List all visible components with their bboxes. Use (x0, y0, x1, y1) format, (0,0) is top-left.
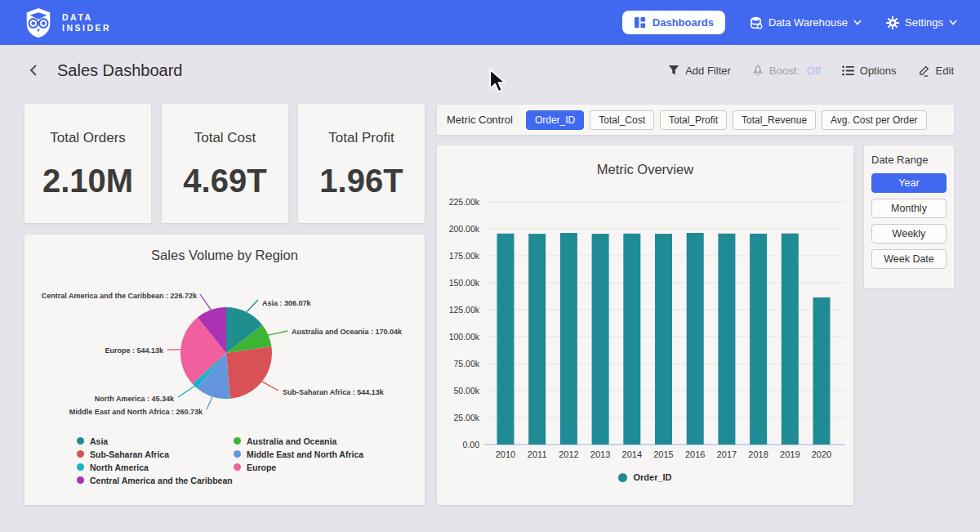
y-tick-label: 0.00 (463, 440, 480, 449)
bar-2010[interactable] (497, 234, 514, 445)
pie-slice-label: Asia : 306.07k (262, 299, 312, 307)
legend-label: Middle East and North Africa (247, 449, 363, 459)
dashboard-grid-icon (634, 16, 646, 29)
y-tick-label: 175.00k (449, 251, 480, 261)
owl-logo-icon (23, 7, 54, 39)
chevron-down-icon (949, 20, 957, 25)
pie-slice-2[interactable] (226, 346, 272, 399)
metric-option-button[interactable]: Total_Cost (590, 110, 654, 130)
kpi-card: Total Cost4.69T (162, 104, 288, 223)
nav-dashboards-button[interactable]: Dashboards (622, 11, 725, 34)
header-toolbar: Add Filter Boost: Off (668, 65, 954, 77)
kpi-label: Total Cost (194, 130, 256, 146)
pie-legend-item: North America (77, 462, 234, 472)
pie-leader-line (247, 300, 258, 312)
pie-slice-label: Middle East and North Africa : 260.73k (69, 408, 203, 416)
pie-leader-line (269, 331, 287, 335)
x-tick-label: 2016 (685, 449, 705, 459)
bar-2019[interactable] (782, 234, 799, 445)
brand-logo[interactable]: DATA INSIDER (23, 7, 111, 39)
metric-option-button[interactable]: Order_ID (526, 110, 584, 130)
x-tick-label: 2015 (653, 449, 673, 459)
page-header: Sales Dashboard Add Filter Boost: Off (0, 45, 980, 96)
options-list-icon (842, 65, 854, 76)
pie-leader-line (207, 396, 212, 409)
legend-dot (234, 437, 241, 445)
legend-label: Asia (90, 436, 108, 446)
boost-value: Off (807, 65, 821, 77)
kpi-label: Total Profit (328, 130, 394, 146)
kpi-value: 4.69T (183, 163, 266, 199)
legend-label: Europe (247, 463, 276, 472)
pie-chart: Asia : 306.07kAustralia and Oceania : 17… (24, 235, 425, 435)
metric-buttons: Order_IDTotal_CostTotal_ProfitTotal_Reve… (526, 110, 927, 130)
pencil-icon (918, 65, 930, 77)
nav-settings[interactable]: Settings (886, 16, 957, 29)
pie-slice-label: Central America and the Caribbean : 226.… (42, 292, 198, 300)
bar-2017[interactable] (718, 234, 735, 445)
pie-slice-label: North America : 45.34k (95, 395, 175, 403)
pie-slice-label: Europe : 544.13k (105, 346, 164, 355)
legend-dot (234, 463, 241, 471)
legend-label: Central America and the Caribbean (90, 476, 233, 485)
metric-control-bar: Metric Control Order_IDTotal_CostTotal_P… (437, 105, 954, 135)
date-range-option-button[interactable]: Year (871, 173, 947, 193)
metric-option-button[interactable]: Total_Profit (660, 110, 727, 130)
bar-2016[interactable] (687, 233, 704, 445)
metric-option-button[interactable]: Avg. Cost per Order (822, 110, 927, 130)
bar-2018[interactable] (750, 234, 767, 445)
x-tick-label: 2020 (812, 449, 831, 459)
pie-leader-line (178, 386, 194, 397)
back-chevron-icon (26, 62, 42, 78)
y-tick-label: 50.00k (453, 386, 479, 396)
brand-name: DATA INSIDER (62, 12, 111, 34)
add-filter-button[interactable]: Add Filter (668, 65, 731, 77)
date-range-option-button[interactable]: Weekly (871, 224, 947, 244)
boost-toggle[interactable]: Boost: Off (752, 65, 821, 77)
date-range-label: Date Range (871, 154, 947, 166)
bar-2011[interactable] (528, 234, 546, 445)
date-range-panel: Date Range YearMonthlyWeeklyWeek Date (864, 145, 954, 288)
bar-chart: 0.0025.00k50.00k75.00k100.00k125.00k150.… (437, 186, 853, 468)
pie-slice-label: Sub-Saharan Africa : 544.13k (283, 388, 385, 396)
pie-legend-item: Australia and Oceania (234, 436, 363, 446)
bar-2020[interactable] (813, 297, 831, 445)
x-tick-label: 2019 (780, 449, 800, 459)
y-tick-label: 125.00k (449, 305, 480, 315)
nav-data-warehouse[interactable]: Data Warehouse (750, 16, 862, 29)
database-icon (750, 16, 763, 29)
x-tick-label: 2017 (717, 449, 737, 459)
date-range-option-button[interactable]: Week Date (871, 249, 947, 269)
pie-legend-item: Central America and the Caribbean (77, 475, 234, 485)
bar-chart-title: Metric Overview (437, 162, 853, 177)
x-tick-label: 2010 (496, 449, 515, 459)
pie-chart-legend: AsiaAustralia and OceaniaSub-Saharan Afr… (77, 436, 363, 485)
kpi-value: 2.10M (42, 163, 133, 199)
back-button[interactable] (26, 62, 42, 78)
options-button[interactable]: Options (842, 65, 897, 77)
pie-legend-item: Middle East and North Africa (234, 449, 363, 459)
bar-2012[interactable] (560, 233, 577, 445)
x-tick-label: 2018 (748, 449, 768, 459)
legend-dot (618, 473, 627, 482)
x-tick-label: 2011 (528, 449, 547, 459)
top-navbar: DATA INSIDER Dashboards D (0, 0, 980, 45)
bar-2013[interactable] (592, 234, 609, 445)
x-tick-label: 2013 (590, 449, 610, 459)
date-range-option-button[interactable]: Monthly (871, 199, 947, 218)
legend-dot (77, 463, 84, 471)
metric-option-button[interactable]: Total_Revenue (733, 110, 816, 130)
y-tick-label: 200.00k (449, 224, 480, 234)
nav-data-warehouse-label: Data Warehouse (768, 16, 848, 29)
nav-settings-label: Settings (905, 16, 943, 29)
bar-2014[interactable] (623, 234, 640, 445)
gear-icon (886, 16, 899, 29)
legend-label: Sub-Saharan Africa (90, 449, 169, 459)
legend-dot (77, 450, 84, 458)
edit-button[interactable]: Edit (918, 65, 954, 77)
boost-label: Boost: (769, 65, 800, 77)
kpi-card: Total Orders2.10M (24, 104, 151, 223)
y-tick-label: 150.00k (449, 278, 480, 288)
bar-2015[interactable] (655, 234, 672, 445)
legend-dot (77, 437, 84, 445)
